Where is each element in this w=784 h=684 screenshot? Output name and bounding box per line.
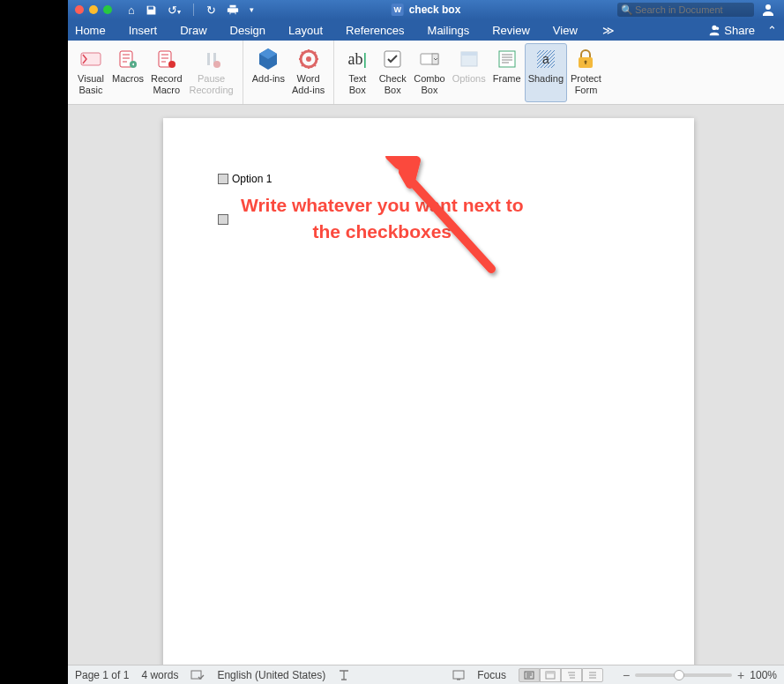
zoom-slider-thumb[interactable] [674,670,684,680]
customize-qat-icon[interactable]: ▾ [250,5,254,14]
shading-icon: a [532,45,560,73]
titlebar: ⌂ ↺▾ ↻ ▾ W check box 🔍 [68,0,784,19]
window-title: W check box [392,4,461,16]
outline-view-button[interactable] [561,668,582,682]
document-page[interactable]: Option 1 Write whatever you want next to… [163,118,694,665]
zoom-slider[interactable] [635,673,732,677]
annotation-text: Write whatever you want next to the chec… [241,192,524,246]
svg-text:a: a [542,52,549,66]
print-layout-view-button[interactable] [519,668,540,682]
zoom-controls: − + 100% [623,668,777,682]
tab-home[interactable]: Home [75,24,106,37]
redo-icon[interactable]: ↻ [206,4,216,17]
word-app-icon: W [392,4,404,16]
svg-rect-22 [453,671,464,679]
document-content[interactable]: Option 1 Write whatever you want next to… [218,173,639,255]
home-icon[interactable]: ⌂ [128,4,135,17]
separator [193,4,194,16]
document-workspace[interactable]: Option 1 Write whatever you want next to… [68,105,784,665]
ribbon: VisualBasic Macros RecordMacro PauseReco… [68,41,784,105]
visual-basic-icon [77,45,105,73]
tab-overflow-icon[interactable]: ≫ [602,24,615,37]
option-1-label[interactable]: Option 1 [232,173,272,185]
tab-review[interactable]: Review [492,24,530,37]
tab-layout[interactable]: Layout [288,24,323,37]
tab-mailings[interactable]: Mailings [428,24,470,37]
checkbox-line-1[interactable]: Option 1 [218,173,639,185]
account-icon[interactable] [761,3,775,17]
spellcheck-icon[interactable] [190,669,205,681]
collapse-ribbon-icon[interactable]: ⌃ [767,24,777,37]
frame-button[interactable]: Frame [489,43,525,102]
search-box[interactable]: 🔍 [617,3,754,17]
macros-icon [114,45,142,73]
macros-button[interactable]: Macros [108,43,147,102]
tab-draw[interactable]: Draw [180,24,206,37]
search-input[interactable] [635,4,757,15]
options-icon [455,45,483,73]
form-checkbox[interactable] [218,174,228,184]
svg-point-4 [168,61,175,68]
record-macro-button[interactable]: RecordMacro [147,43,185,102]
share-group: Share ⌃ [708,24,777,37]
options-button: Options [449,43,489,102]
svg-rect-26 [546,672,555,674]
search-icon: 🔍 [621,4,633,16]
form-checkbox[interactable] [218,214,228,225]
svg-rect-15 [499,51,515,67]
pause-recording-icon [198,45,226,73]
draft-view-button[interactable] [582,668,603,682]
window-controls [75,5,112,14]
undo-icon[interactable]: ↺▾ [168,4,181,17]
text-box-button[interactable]: ab| TextBox [340,43,375,102]
add-ins-button[interactable]: Add-ins [249,43,288,102]
focus-label[interactable]: Focus [477,669,506,681]
checkbox-line-2[interactable]: Write whatever you want next to the chec… [218,194,639,246]
print-icon[interactable] [227,4,239,16]
check-box-icon [378,45,407,73]
zoom-out-button[interactable]: − [623,668,630,682]
svg-point-9 [306,56,311,62]
tab-references[interactable]: References [346,24,404,37]
combo-box-button[interactable]: ComboBox [410,43,448,102]
protect-form-icon [571,45,600,73]
word-add-ins-button[interactable]: WordAdd-ins [288,43,328,102]
zoom-level[interactable]: 100% [750,669,777,681]
protect-form-button[interactable]: ProtectForm [567,43,605,102]
word-count[interactable]: 4 words [141,669,178,681]
view-mode-buttons [519,668,603,682]
accessibility-icon[interactable] [338,669,350,681]
text-box-icon: ab| [343,45,371,73]
close-window-button[interactable] [75,5,84,14]
visual-basic-button[interactable]: VisualBasic [73,43,108,102]
svg-rect-0 [81,53,101,65]
web-layout-view-button[interactable] [540,668,561,682]
shading-button[interactable]: a Shading [525,43,567,102]
focus-mode-icon[interactable] [452,670,465,680]
frame-icon [493,45,521,73]
share-icon [708,24,721,36]
svg-rect-20 [586,62,586,64]
page-indicator[interactable]: Page 1 of 1 [75,669,129,681]
word-add-ins-icon [295,45,323,73]
tab-view[interactable]: View [553,24,578,37]
tab-insert[interactable]: Insert [129,24,158,37]
tab-design[interactable]: Design [230,24,265,37]
quick-access-toolbar: ⌂ ↺▾ ↻ ▾ [128,4,254,17]
add-ins-icon [254,45,282,73]
check-box-button[interactable]: CheckBox [375,43,410,102]
pause-recording-button: PauseRecording [186,43,237,102]
zoom-in-button[interactable]: + [737,668,744,682]
svg-rect-5 [207,53,210,65]
maximize-window-button[interactable] [103,5,112,14]
share-button[interactable]: Share [724,24,755,37]
svg-rect-23 [457,679,460,680]
status-bar: Page 1 of 1 4 words English (United Stat… [68,665,784,684]
svg-rect-14 [461,52,477,56]
svg-point-7 [213,61,220,68]
language-indicator[interactable]: English (United States) [217,669,325,681]
save-icon[interactable] [146,4,157,16]
minimize-window-button[interactable] [89,5,98,14]
app-window: ⌂ ↺▾ ↻ ▾ W check box 🔍 Home Insert Draw [68,0,784,684]
document-title: check box [409,4,461,16]
